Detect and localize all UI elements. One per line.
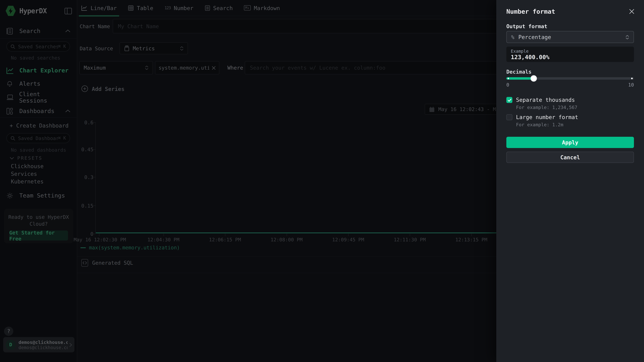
large-number-format-checkbox[interactable]: Large number format xyxy=(506,114,578,120)
checkbox-checked-icon[interactable] xyxy=(506,97,512,103)
number-format-panel: Number format Output format % Percentage… xyxy=(496,0,644,362)
example-value: 123,400.00% xyxy=(511,54,630,60)
checkbox-unchecked-icon[interactable] xyxy=(506,114,512,120)
example-label: Example xyxy=(511,49,630,53)
modal-backdrop[interactable] xyxy=(0,0,496,362)
output-format-label: Output format xyxy=(506,23,547,29)
decimals-slider[interactable] xyxy=(506,77,634,80)
slider-min-label: 0 xyxy=(506,82,509,88)
output-format-select[interactable]: % Percentage xyxy=(506,31,634,43)
cancel-button[interactable]: Cancel xyxy=(506,152,634,163)
slider-start-dot xyxy=(508,78,509,79)
output-format-value: Percentage xyxy=(518,34,551,40)
slider-end-dot xyxy=(631,78,633,79)
decimals-label: Decimals xyxy=(506,69,532,75)
slider-thumb[interactable] xyxy=(531,76,536,81)
apply-button[interactable]: Apply xyxy=(506,137,634,148)
panel-title: Number format xyxy=(506,8,555,15)
separate-thousands-checkbox[interactable]: Separate thousands xyxy=(506,96,575,103)
format-example-box: Example 123,400.00% xyxy=(506,47,634,62)
app-window: HyperDX Search ⌘ K No saved searches xyxy=(0,0,644,362)
slider-fill xyxy=(506,77,534,80)
select-chevrons-icon xyxy=(626,35,629,39)
close-icon[interactable] xyxy=(628,8,635,15)
separate-thousands-hint: For example: 1,234,567 xyxy=(516,105,577,110)
slider-max-label: 10 xyxy=(628,82,634,88)
large-number-format-hint: For example: 1.2m xyxy=(516,122,563,127)
percent-icon: % xyxy=(511,34,514,40)
